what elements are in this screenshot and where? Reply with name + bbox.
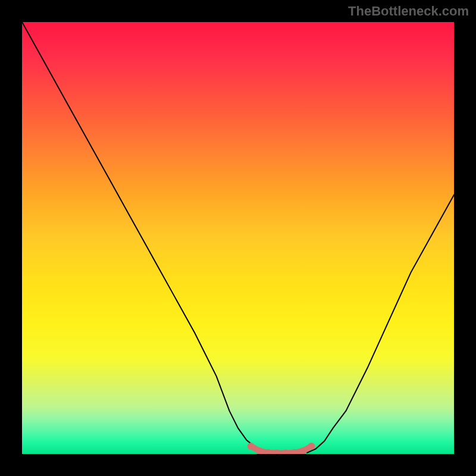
- watermark-text: TheBottleneck.com: [348, 4, 469, 19]
- series-right-curve: [307, 195, 454, 452]
- series-left-curve: [22, 22, 273, 453]
- series-bottom-overlay: [251, 446, 312, 453]
- chart-svg: [22, 22, 454, 454]
- plot-area: [22, 22, 454, 454]
- series-group: [22, 22, 454, 454]
